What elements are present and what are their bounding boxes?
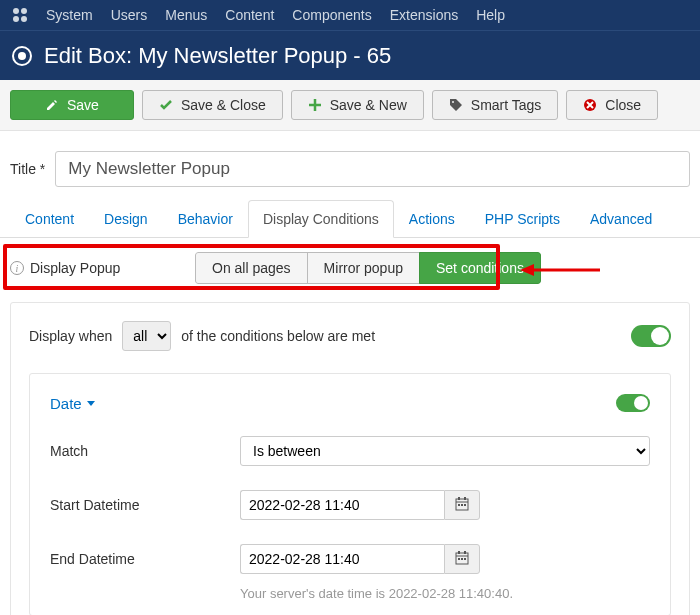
condition-type-dropdown[interactable]: Date [50, 395, 95, 412]
page-title: Edit Box: My Newsletter Popup - 65 [44, 43, 391, 69]
svg-point-2 [13, 16, 19, 22]
condition-date-toggle[interactable] [616, 394, 650, 412]
end-datetime-label: End Datetime [50, 551, 240, 567]
admin-menu-components[interactable]: Components [292, 7, 371, 23]
info-icon: i [10, 261, 24, 275]
svg-rect-18 [458, 558, 460, 560]
svg-point-0 [13, 8, 19, 14]
condition-date-panel: Date Match Is between Start Datetime [29, 373, 671, 615]
check-icon [159, 98, 173, 112]
tab-display-conditions[interactable]: Display Conditions [248, 200, 394, 238]
admin-menu-help[interactable]: Help [476, 7, 505, 23]
display-popup-label: Display Popup [30, 260, 120, 276]
admin-menu-users[interactable]: Users [111, 7, 148, 23]
svg-rect-13 [464, 504, 466, 506]
pencil-icon [45, 98, 59, 112]
svg-rect-11 [458, 504, 460, 506]
tab-bar: Content Design Behavior Display Conditio… [0, 199, 700, 238]
chevron-down-icon [87, 401, 95, 406]
svg-point-1 [21, 8, 27, 14]
admin-menu-menus[interactable]: Menus [165, 7, 207, 23]
match-select[interactable]: Is between [240, 436, 650, 466]
svg-rect-12 [461, 504, 463, 506]
conditions-panel: Display when all of the conditions below… [10, 302, 690, 615]
tab-php-scripts[interactable]: PHP Scripts [470, 200, 575, 238]
admin-menu-extensions[interactable]: Extensions [390, 7, 458, 23]
record-icon [12, 46, 32, 66]
admin-menu-content[interactable]: Content [225, 7, 274, 23]
tab-advanced[interactable]: Advanced [575, 200, 667, 238]
tab-behavior[interactable]: Behavior [163, 200, 248, 238]
conditions-logic-select[interactable]: all [122, 321, 171, 351]
close-icon [583, 98, 597, 112]
seg-mirror-popup[interactable]: Mirror popup [307, 252, 420, 284]
svg-marker-6 [520, 264, 534, 276]
start-datetime-input[interactable] [240, 490, 444, 520]
end-calendar-button[interactable] [444, 544, 480, 574]
save-button[interactable]: Save [10, 90, 134, 120]
admin-menu-system[interactable]: System [46, 7, 93, 23]
admin-top-bar: System Users Menus Content Components Ex… [0, 0, 700, 30]
display-when-text-after: of the conditions below are met [181, 328, 375, 344]
svg-rect-19 [461, 558, 463, 560]
page-title-bar: Edit Box: My Newsletter Popup - 65 [0, 30, 700, 80]
start-calendar-button[interactable] [444, 490, 480, 520]
conditions-header-row: Display when all of the conditions below… [29, 321, 671, 351]
display-popup-segmented: On all pages Mirror popup Set conditions [195, 252, 541, 284]
server-time-hint: Your server's date time is 2022-02-28 11… [240, 586, 650, 601]
svg-rect-20 [464, 558, 466, 560]
smart-tags-button[interactable]: Smart Tags [432, 90, 559, 120]
save-close-button[interactable]: Save & Close [142, 90, 283, 120]
title-field-row: Title * [0, 131, 700, 199]
title-label: Title * [10, 161, 45, 177]
calendar-icon [455, 551, 469, 568]
match-label: Match [50, 443, 240, 459]
tab-content[interactable]: Content [10, 200, 89, 238]
calendar-icon [455, 497, 469, 514]
conditions-master-toggle[interactable] [631, 325, 671, 347]
display-when-text-before: Display when [29, 328, 112, 344]
seg-all-pages[interactable]: On all pages [195, 252, 308, 284]
end-datetime-input[interactable] [240, 544, 444, 574]
tag-icon [449, 98, 463, 112]
action-toolbar: Save Save & Close Save & New Smart Tags … [0, 80, 700, 131]
svg-point-3 [21, 16, 27, 22]
tab-design[interactable]: Design [89, 200, 163, 238]
start-datetime-label: Start Datetime [50, 497, 240, 513]
title-input[interactable] [55, 151, 690, 187]
plus-icon [308, 98, 322, 112]
annotation-arrow-icon [520, 260, 600, 280]
save-new-button[interactable]: Save & New [291, 90, 424, 120]
close-button[interactable]: Close [566, 90, 658, 120]
tab-actions[interactable]: Actions [394, 200, 470, 238]
joomla-logo-icon [12, 7, 28, 23]
